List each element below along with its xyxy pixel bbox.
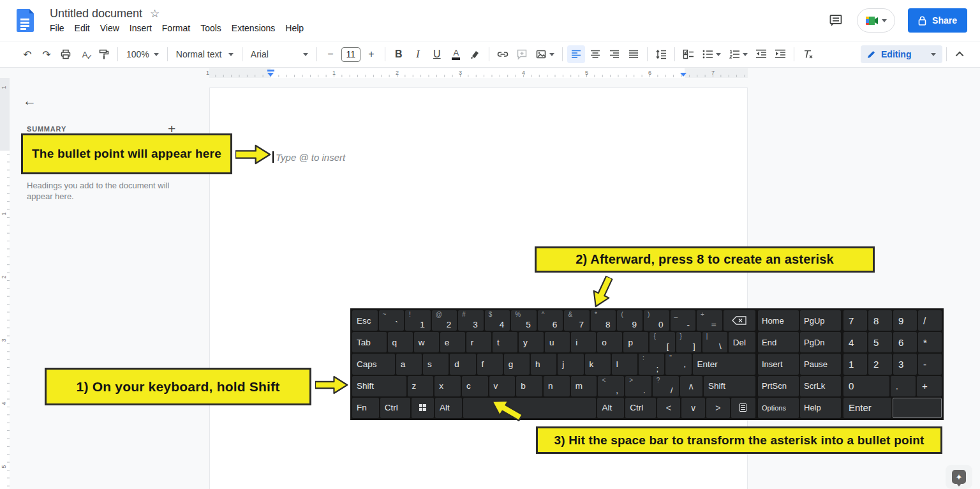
key-Help[interactable]: Help xyxy=(800,398,841,418)
key-Insert[interactable]: Insert xyxy=(758,354,799,374)
key-c[interactable]: c xyxy=(462,376,488,396)
clear-formatting-button[interactable] xyxy=(799,45,817,63)
key-5[interactable]: 5 xyxy=(868,332,892,352)
key-8[interactable]: *8 xyxy=(591,310,616,331)
key-∧[interactable]: ∧ xyxy=(680,376,702,396)
key-h[interactable]: h xyxy=(531,354,556,374)
menu-format[interactable]: Format xyxy=(157,22,195,34)
key-k[interactable]: k xyxy=(585,354,611,374)
star-icon[interactable]: ☆ xyxy=(150,7,160,20)
key-2[interactable]: @2 xyxy=(432,310,457,331)
key-e[interactable]: e xyxy=(440,332,465,352)
key-Alt[interactable]: Alt xyxy=(435,398,462,418)
increase-indent-button[interactable] xyxy=(771,45,789,63)
key-`[interactable]: ~` xyxy=(379,310,405,331)
bold-button[interactable]: B xyxy=(390,45,408,63)
print-button[interactable] xyxy=(57,45,75,63)
key-*[interactable]: * xyxy=(918,332,942,352)
redo-button[interactable]: ↷ xyxy=(38,45,56,63)
menu-edit[interactable]: Edit xyxy=(70,22,95,34)
key-Alt[interactable]: Alt xyxy=(597,398,624,418)
add-comment-button[interactable] xyxy=(513,45,531,63)
key-Ctrl[interactable]: Ctrl xyxy=(380,398,410,418)
key-ScrLk[interactable]: ScrLk xyxy=(800,376,841,396)
key-g[interactable]: g xyxy=(504,354,530,374)
key-'[interactable]: "' xyxy=(665,354,691,374)
hide-menus-button[interactable] xyxy=(951,45,969,63)
key-Ctrl[interactable]: Ctrl xyxy=(625,398,655,418)
key-space[interactable] xyxy=(893,398,942,418)
key-Esc[interactable]: Esc xyxy=(352,310,378,331)
underline-button[interactable]: U xyxy=(428,45,446,63)
align-right-button[interactable] xyxy=(605,45,623,63)
styles-select[interactable]: Normal text xyxy=(172,45,238,63)
key-space[interactable] xyxy=(463,398,597,418)
key-PrtScn[interactable]: PrtScn xyxy=(758,376,799,396)
document-text-line[interactable]: Type @ to insert xyxy=(272,151,345,163)
spelling-check-button[interactable]: A✓ xyxy=(76,45,94,63)
key-d[interactable]: d xyxy=(450,354,475,374)
decrease-font-size-button[interactable]: − xyxy=(322,45,339,63)
key-6[interactable]: 6 xyxy=(893,332,917,352)
numbered-list-button[interactable] xyxy=(725,45,751,63)
menu-file[interactable]: File xyxy=(45,22,70,34)
key-1[interactable]: !1 xyxy=(405,310,431,331)
key-9[interactable]: 9 xyxy=(893,310,917,331)
close-outline-icon[interactable]: ← xyxy=(23,93,36,109)
key-p[interactable]: p xyxy=(623,332,648,352)
key-Shift[interactable]: Shift xyxy=(352,376,406,396)
key-∨[interactable]: ∨ xyxy=(681,398,705,418)
key-f[interactable]: f xyxy=(477,354,503,374)
text-color-button[interactable]: A xyxy=(447,45,465,63)
key-[[interactable]: {[ xyxy=(650,332,674,352)
key-9[interactable]: (9 xyxy=(617,310,642,331)
italic-button[interactable]: I xyxy=(409,45,427,63)
key-Shift[interactable]: Shift xyxy=(704,376,755,396)
key-Enter[interactable]: Enter xyxy=(693,354,755,374)
key-,[interactable]: <, xyxy=(598,376,624,396)
align-left-button[interactable] xyxy=(567,45,585,63)
key-=[interactable]: += xyxy=(697,310,722,331)
bulleted-list-button[interactable] xyxy=(699,45,724,63)
key-x[interactable]: x xyxy=(434,376,461,396)
key-/[interactable]: / xyxy=(918,310,942,331)
key-Del[interactable]: Del xyxy=(729,332,755,352)
key-3[interactable]: #3 xyxy=(458,310,484,331)
key-i[interactable]: i xyxy=(571,332,596,352)
first-line-indent-marker[interactable] xyxy=(267,70,274,71)
editing-mode-select[interactable]: Editing xyxy=(861,45,942,63)
key-1[interactable]: 1 xyxy=(843,354,867,374)
key-Fn[interactable]: Fn xyxy=(352,398,379,418)
key-Pause[interactable]: Pause xyxy=(800,354,841,374)
key-menu[interactable] xyxy=(731,398,755,418)
key-4[interactable]: $4 xyxy=(485,310,510,331)
font-size-input[interactable]: 11 xyxy=(341,47,360,62)
menu-view[interactable]: View xyxy=(95,22,124,34)
key-0[interactable]: )0 xyxy=(644,310,669,331)
left-indent-marker[interactable] xyxy=(267,73,274,80)
key-j[interactable]: j xyxy=(558,354,583,374)
menu-help[interactable]: Help xyxy=(280,22,309,34)
key-<[interactable]: < xyxy=(657,398,681,418)
key-+[interactable]: + xyxy=(917,376,942,396)
meet-button[interactable] xyxy=(857,8,895,33)
docs-logo-icon[interactable] xyxy=(17,9,34,32)
key--[interactable]: _- xyxy=(671,310,696,331)
key-s[interactable]: s xyxy=(423,354,449,374)
key-Caps[interactable]: Caps xyxy=(352,354,395,374)
key-4[interactable]: 4 xyxy=(843,332,867,352)
undo-button[interactable]: ↶ xyxy=(19,45,36,63)
explore-button[interactable]: ✦ xyxy=(946,465,972,489)
key-PgUp[interactable]: PgUp xyxy=(800,310,841,331)
key-win[interactable] xyxy=(412,398,434,418)
key-m[interactable]: m xyxy=(571,376,597,396)
key-u[interactable]: u xyxy=(545,332,570,352)
key-6[interactable]: ^6 xyxy=(538,310,563,331)
highlight-color-button[interactable] xyxy=(466,45,484,63)
key-8[interactable]: 8 xyxy=(868,310,892,331)
key-5[interactable]: %5 xyxy=(511,310,537,331)
document-title[interactable]: Untitled document xyxy=(50,7,142,20)
key-;[interactable]: :; xyxy=(639,354,664,374)
key-a[interactable]: a xyxy=(396,354,422,374)
menu-extensions[interactable]: Extensions xyxy=(226,22,280,34)
